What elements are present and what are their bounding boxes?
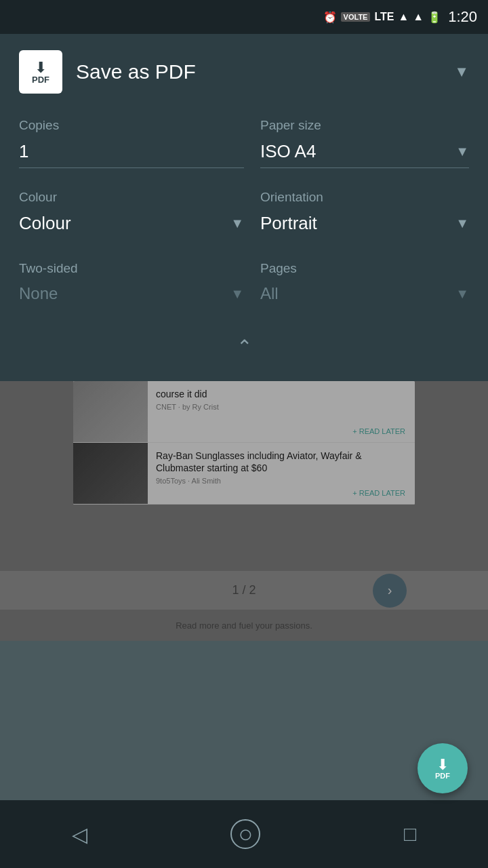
chevron-up-icon: ⌃ bbox=[237, 336, 252, 358]
copies-field[interactable]: 1 bbox=[19, 141, 244, 168]
copies-value: 1 bbox=[19, 141, 244, 162]
two-sided-label: Two-sided bbox=[19, 261, 244, 276]
pages-value: All bbox=[260, 284, 455, 303]
two-sided-value: None bbox=[19, 284, 230, 303]
read-more-text: Read more and fuel your passions. bbox=[176, 620, 312, 631]
signal-icon: ▲ bbox=[398, 11, 409, 23]
orientation-cell: Orientation Portrait ▼ bbox=[244, 182, 469, 253]
download-icon: ⬇ bbox=[35, 60, 47, 75]
orientation-field[interactable]: Portrait ▼ bbox=[260, 213, 469, 239]
form-grid: Copies 1 Paper size ISO A4 ▼ Colour Colo… bbox=[0, 110, 488, 322]
print-panel: ⬇ PDF Save as PDF ▼ Copies 1 Paper size … bbox=[0, 34, 488, 381]
status-icons: ⏰ VOLTE LTE ▲ ▲ 🔋 1:20 bbox=[323, 8, 477, 26]
pages-label: Pages bbox=[260, 261, 469, 276]
colour-cell: Colour Colour ▼ bbox=[19, 182, 244, 253]
volte-badge: VOLTE bbox=[341, 12, 371, 22]
pdf-icon-box: ⬇ PDF bbox=[19, 50, 62, 94]
read-later-button[interactable]: + READ LATER bbox=[156, 425, 405, 438]
home-button[interactable]: ○ bbox=[230, 819, 260, 849]
pdf-label: PDF bbox=[32, 75, 49, 84]
colour-label: Colour bbox=[19, 190, 244, 205]
status-bar: ⏰ VOLTE LTE ▲ ▲ 🔋 1:20 bbox=[0, 0, 488, 34]
article-title: course it did bbox=[156, 388, 405, 400]
fab-pdf-label: PDF bbox=[435, 772, 450, 780]
orientation-value: Portrait bbox=[260, 213, 455, 234]
printer-dropdown-arrow[interactable]: ▼ bbox=[454, 63, 469, 81]
battery-icon: 🔋 bbox=[428, 11, 441, 24]
paper-size-cell: Paper size ISO A4 ▼ bbox=[244, 110, 469, 182]
paper-size-field[interactable]: ISO A4 ▼ bbox=[260, 141, 469, 168]
paper-size-label: Paper size bbox=[260, 118, 469, 133]
lte-icon: LTE bbox=[374, 11, 394, 23]
pagination-text: 1 / 2 bbox=[232, 583, 256, 597]
two-sided-field[interactable]: None ▼ bbox=[19, 284, 244, 309]
article-body: course it did CNET · by Ry Crist + READ … bbox=[148, 381, 415, 442]
two-sided-dropdown-icon: ▼ bbox=[230, 286, 244, 302]
save-pdf-fab[interactable]: ⬇ PDF bbox=[418, 743, 468, 793]
navigation-bar: ◁ ○ □ bbox=[0, 800, 488, 868]
article-meta: CNET · by Ry Crist bbox=[156, 403, 405, 411]
pagination-bar: 1 / 2 › bbox=[0, 571, 488, 610]
fab-download-icon: ⬇ bbox=[436, 757, 449, 772]
read-more-footer: Read more and fuel your passions. bbox=[0, 610, 488, 641]
article-thumbnail bbox=[73, 381, 148, 442]
orientation-dropdown-icon: ▼ bbox=[455, 216, 469, 231]
colour-value: Colour bbox=[19, 213, 230, 234]
colour-dropdown-icon: ▼ bbox=[230, 216, 244, 231]
pages-field[interactable]: All ▼ bbox=[260, 284, 469, 309]
two-sided-cell: Two-sided None ▼ bbox=[19, 253, 244, 322]
background-content: course it did CNET · by Ry Crist + READ … bbox=[0, 381, 488, 641]
recents-button[interactable]: □ bbox=[404, 823, 416, 846]
article-title: Ray-Ban Sunglasses including Aviator, Wa… bbox=[156, 450, 405, 474]
signal2-icon: ▲ bbox=[413, 11, 424, 23]
article-list: course it did CNET · by Ry Crist + READ … bbox=[73, 381, 415, 505]
paper-size-dropdown-icon: ▼ bbox=[455, 144, 469, 159]
copies-label: Copies bbox=[19, 118, 244, 133]
pages-cell: Pages All ▼ bbox=[244, 253, 469, 322]
next-icon: › bbox=[388, 583, 392, 598]
article-body: Ray-Ban Sunglasses including Aviator, Wa… bbox=[148, 443, 415, 504]
pages-dropdown-icon: ▼ bbox=[455, 286, 469, 302]
collapse-button[interactable]: ⌃ bbox=[0, 322, 488, 365]
read-later-button[interactable]: + READ LATER bbox=[156, 486, 405, 500]
dialog-title: Save as PDF bbox=[76, 60, 441, 83]
article-meta: 9to5Toys · Ali Smith bbox=[156, 477, 405, 485]
pagination-next-button[interactable]: › bbox=[373, 574, 407, 608]
paper-size-value: ISO A4 bbox=[260, 141, 455, 162]
orientation-label: Orientation bbox=[260, 190, 469, 205]
alarm-icon: ⏰ bbox=[323, 11, 337, 24]
article-thumbnail bbox=[73, 443, 148, 504]
list-item: Ray-Ban Sunglasses including Aviator, Wa… bbox=[73, 443, 415, 505]
colour-field[interactable]: Colour ▼ bbox=[19, 213, 244, 239]
time-display: 1:20 bbox=[448, 8, 477, 26]
copies-cell: Copies 1 bbox=[19, 110, 244, 182]
print-header: ⬇ PDF Save as PDF ▼ bbox=[0, 34, 488, 110]
back-button[interactable]: ◁ bbox=[72, 823, 87, 846]
list-item: course it did CNET · by Ry Crist + READ … bbox=[73, 381, 415, 443]
